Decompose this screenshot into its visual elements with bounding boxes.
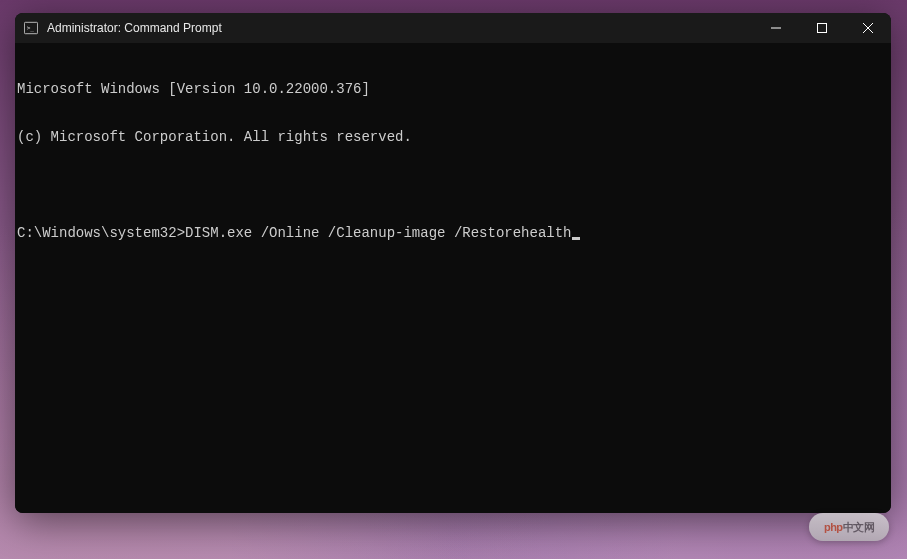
cmd-icon: >_ xyxy=(23,20,39,36)
close-button[interactable] xyxy=(845,13,891,43)
window-title: Administrator: Command Prompt xyxy=(47,21,222,35)
watermark-badge: php中文网 xyxy=(809,513,889,541)
command-input[interactable]: DISM.exe /Online /Cleanup-image /Restore… xyxy=(185,225,571,241)
maximize-button[interactable] xyxy=(799,13,845,43)
command-prompt-window: >_ Administrator: Command Prompt Microso… xyxy=(15,13,891,513)
terminal-prompt-line: C:\Windows\system32>DISM.exe /Online /Cl… xyxy=(17,225,889,241)
terminal-line: (c) Microsoft Corporation. All rights re… xyxy=(17,129,889,145)
terminal-line: Microsoft Windows [Version 10.0.22000.37… xyxy=(17,81,889,97)
terminal-output[interactable]: Microsoft Windows [Version 10.0.22000.37… xyxy=(15,43,891,513)
watermark-text: php中文网 xyxy=(824,520,874,535)
prompt-text: C:\Windows\system32> xyxy=(17,225,185,241)
svg-rect-3 xyxy=(818,24,827,33)
terminal-line xyxy=(17,177,889,193)
cursor xyxy=(572,237,580,240)
window-controls xyxy=(753,13,891,43)
svg-text:>_: >_ xyxy=(27,24,35,32)
titlebar[interactable]: >_ Administrator: Command Prompt xyxy=(15,13,891,43)
minimize-button[interactable] xyxy=(753,13,799,43)
